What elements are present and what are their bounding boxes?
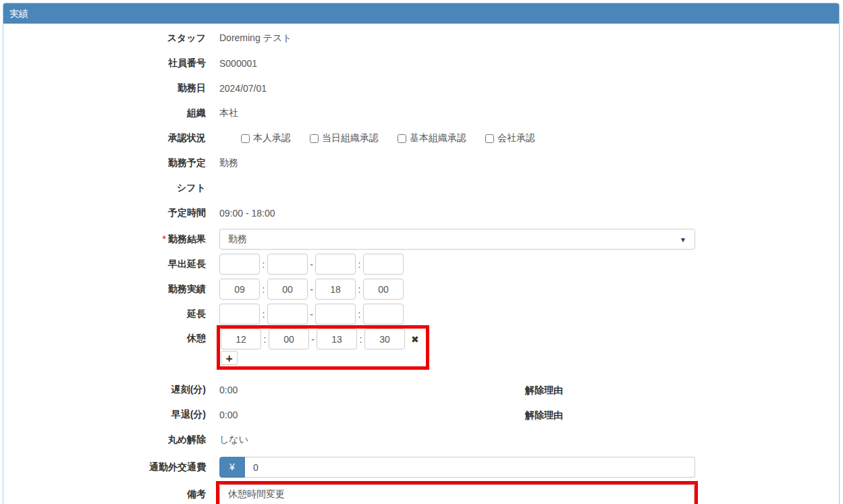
- early-extension-label: 早出延長: [3, 258, 206, 271]
- break-end-minute-input[interactable]: [364, 329, 405, 349]
- employee-no-row: 社員番号 S000001: [3, 57, 839, 70]
- rounding-release-row: 丸め解除 しない: [3, 433, 839, 447]
- rounding-release-value: しない: [219, 434, 839, 446]
- time-colon-separator: :: [260, 259, 267, 270]
- extension-end-minute-input[interactable]: [363, 304, 404, 325]
- work-schedule-label: 勤務予定: [3, 157, 206, 169]
- work-actual-start-minute-input[interactable]: [267, 279, 308, 300]
- work-actual-end-hour-input[interactable]: [315, 279, 356, 300]
- time-range-separator: -: [308, 309, 315, 320]
- transport-cost-input[interactable]: [245, 457, 695, 478]
- approval-sameday-org-checkbox[interactable]: [310, 134, 319, 143]
- early-leave-row: 早退(分) 0:00 解除理由: [3, 408, 839, 422]
- late-minutes-row: 遅刻(分) 0:00 解除理由: [3, 383, 839, 397]
- work-actual-row: 勤務実績 : - :: [3, 279, 839, 300]
- organization-value: 本社: [219, 107, 839, 119]
- required-asterisk: *: [163, 233, 166, 244]
- early-extension-end-hour-input[interactable]: [315, 254, 356, 275]
- break-start-minute-input[interactable]: [269, 329, 309, 349]
- extension-start-minute-input[interactable]: [267, 304, 308, 325]
- time-colon-separator: :: [356, 259, 363, 270]
- break-annotation-box: : - : ✖ +: [217, 325, 429, 370]
- approval-base-org-checkbox[interactable]: [398, 134, 406, 143]
- approval-company-checkbox[interactable]: [485, 134, 494, 143]
- early-extension-start-minute-input[interactable]: [267, 254, 308, 275]
- work-schedule-value: 勤務: [219, 157, 839, 169]
- time-range-separator: -: [308, 284, 315, 295]
- break-value: : - : ✖ +: [219, 325, 839, 370]
- early-leave-label: 早退(分): [3, 409, 206, 421]
- work-actual-start-hour-input[interactable]: [219, 279, 260, 300]
- extension-time-group: : - :: [219, 304, 839, 325]
- approval-company-label: 会社承認: [497, 132, 535, 144]
- early-extension-row: 早出延長 : - :: [3, 254, 839, 275]
- transport-cost-value: ¥: [219, 457, 839, 478]
- early-extension-end-minute-input[interactable]: [363, 254, 404, 275]
- work-actual-time-group: : - :: [219, 279, 839, 300]
- work-date-label: 勤務日: [3, 82, 206, 94]
- approval-company-group: 会社承認: [485, 132, 535, 144]
- break-label: 休憩: [3, 333, 206, 345]
- work-actual-end-minute-input[interactable]: [363, 279, 404, 300]
- employee-no-value: S000001: [219, 58, 839, 69]
- panel-title: 実績: [3, 3, 839, 24]
- work-result-selected-option: 勤務: [228, 233, 247, 244]
- extension-label: 延長: [3, 308, 206, 320]
- early-extension-start-hour-input[interactable]: [219, 254, 260, 275]
- time-colon-separator: :: [260, 309, 267, 320]
- early-leave-value: 0:00: [219, 410, 238, 420]
- employee-no-label: 社員番号: [3, 57, 206, 69]
- time-range-separator: -: [309, 334, 317, 345]
- panel-body: スタッフ Doreming テスト 社員番号 S000001 勤務日 2024/…: [3, 24, 839, 504]
- approval-status-row: 承認状況 本人承認 当日組織承認 基本組織承認 会社承認: [3, 132, 839, 145]
- early-extension-time-group: : - :: [219, 254, 839, 275]
- shift-label: シフト: [3, 182, 206, 194]
- scheduled-time-label: 予定時間: [3, 207, 206, 219]
- extension-end-hour-input[interactable]: [315, 304, 356, 325]
- staff-label: スタッフ: [3, 32, 206, 45]
- approval-self-label: 本人承認: [253, 132, 291, 144]
- transport-cost-label: 通勤外交通費: [3, 461, 206, 474]
- approval-sameday-org-label: 当日組織承認: [322, 132, 379, 144]
- work-date-row: 勤務日 2024/07/01: [3, 82, 839, 95]
- work-actual-value: : - :: [219, 279, 839, 300]
- work-result-value: 勤務 ▼: [219, 229, 839, 250]
- remarks-label: 備考: [3, 488, 206, 501]
- transport-cost-input-group: ¥: [219, 457, 695, 478]
- time-range-separator: -: [308, 259, 315, 270]
- staff-value: Doreming テスト: [219, 32, 839, 45]
- remarks-row: 備考 休憩時間変更: [3, 481, 839, 504]
- approval-status-checkboxes: 本人承認 当日組織承認 基本組織承認 会社承認: [219, 132, 839, 144]
- break-end-hour-input[interactable]: [317, 329, 357, 349]
- work-schedule-row: 勤務予定 勤務: [3, 157, 839, 170]
- break-time-group: : - : ✖: [221, 329, 419, 349]
- work-actual-label: 勤務実績: [3, 283, 206, 296]
- extension-row: 延長 : - :: [3, 304, 839, 325]
- rounding-release-label: 丸め解除: [3, 434, 206, 446]
- scheduled-time-value: 09:00 - 18:00: [219, 208, 839, 219]
- break-row: 休憩 : - : ✖ +: [3, 325, 839, 370]
- break-start-hour-input[interactable]: [221, 329, 261, 349]
- approval-self-checkbox[interactable]: [241, 134, 250, 143]
- organization-row: 組織 本社: [3, 107, 839, 120]
- work-result-select[interactable]: 勤務 ▼: [219, 229, 695, 250]
- add-break-button[interactable]: +: [221, 351, 238, 365]
- approval-status-label: 承認状況: [3, 132, 206, 144]
- extension-start-hour-input[interactable]: [219, 304, 260, 325]
- remarks-textarea[interactable]: 休憩時間変更: [219, 484, 695, 504]
- results-panel: 実績 スタッフ Doreming テスト 社員番号 S000001 勤務日 20…: [3, 3, 840, 504]
- remove-break-icon[interactable]: ✖: [411, 334, 419, 345]
- approval-base-org-label: 基本組織承認: [410, 132, 466, 144]
- time-colon-separator: :: [357, 334, 364, 345]
- extension-value: : - :: [219, 304, 839, 325]
- late-minutes-value-area: 0:00 解除理由: [219, 385, 839, 395]
- time-colon-separator: :: [356, 284, 363, 295]
- organization-label: 組織: [3, 107, 206, 119]
- early-leave-release-reason-label: 解除理由: [525, 410, 563, 422]
- scheduled-time-row: 予定時間 09:00 - 18:00: [3, 206, 839, 220]
- late-release-reason-label: 解除理由: [525, 385, 563, 397]
- early-extension-value: : - :: [219, 254, 839, 275]
- late-minutes-label: 遅刻(分): [3, 384, 206, 396]
- work-result-row: *勤務結果 勤務 ▼: [3, 229, 839, 250]
- remarks-annotation-box: 休憩時間変更: [216, 481, 698, 504]
